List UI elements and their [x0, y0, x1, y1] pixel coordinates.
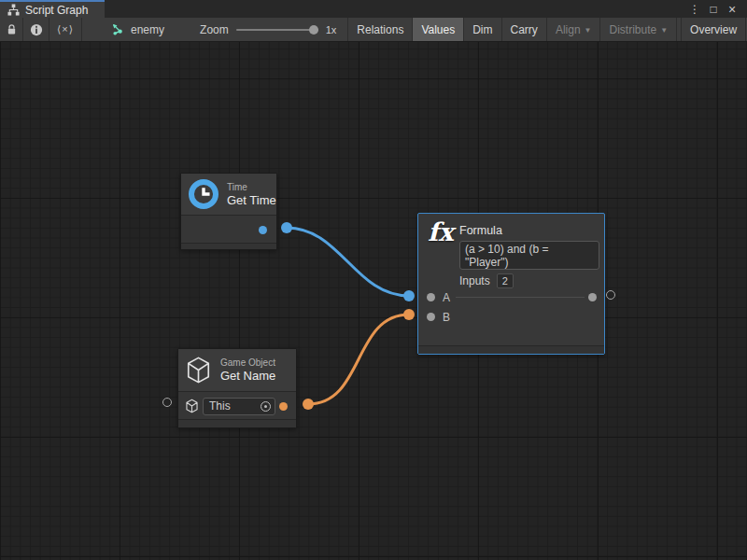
node-get-name[interactable]: Game Object Get Name This — [177, 348, 297, 428]
formula-input-b-port[interactable] — [427, 313, 435, 321]
distribute-button[interactable]: Distribute ▼ — [600, 18, 677, 41]
connections-layer — [0, 42, 747, 560]
relations-button[interactable]: Relations — [348, 18, 413, 41]
get-name-footer — [178, 419, 296, 427]
graph-hierarchy-icon — [7, 4, 20, 16]
zoom-slider-track[interactable] — [236, 29, 318, 31]
chevron-down-icon: ▼ — [660, 26, 668, 35]
get-time-title: Get Time — [227, 193, 276, 207]
lock-button[interactable] — [0, 18, 23, 41]
formula-a-value-line — [456, 297, 585, 298]
graph-ref-label: enemy — [131, 23, 164, 36]
cube-icon — [185, 356, 212, 385]
formula-port-row-a: A — [418, 287, 604, 307]
distribute-label: Distribute — [609, 23, 656, 36]
get-name-body: This — [178, 391, 296, 420]
tab-script-graph[interactable]: Script Graph — [0, 0, 105, 18]
overview-button[interactable]: Overview — [682, 18, 746, 41]
window-menu-icon[interactable]: ⋮ — [687, 2, 702, 17]
lock-icon — [6, 23, 18, 35]
tab-bar: Script Graph ⋮ □ × — [0, 0, 747, 18]
formula-port-row-b: B — [418, 307, 604, 327]
dim-button[interactable]: Dim — [464, 18, 501, 41]
node-formula[interactable]: fx Formula (a > 10) and (b = "Player") I… — [417, 213, 605, 355]
formula-port-b-label: B — [443, 311, 450, 324]
toolbar-buttons: Relations Values Dim Carry Align ▼ Distr… — [347, 18, 747, 41]
graph-reference-enemy[interactable]: enemy — [103, 18, 174, 41]
node-get-time[interactable]: Time Get Time — [180, 173, 277, 250]
get-name-target-input[interactable]: This — [203, 398, 275, 415]
formula-footer — [418, 345, 604, 354]
get-time-footer — [181, 243, 276, 249]
get-name-output-port[interactable] — [279, 402, 288, 411]
clock-icon — [188, 178, 219, 210]
zoom-control: Zoom 1x — [200, 18, 344, 41]
zoom-label: Zoom — [200, 23, 229, 36]
get-name-title: Get Name — [220, 369, 275, 383]
zoom-value: 1x — [326, 24, 337, 35]
carry-label: Carry — [511, 23, 538, 36]
align-label: Align — [556, 23, 581, 36]
formula-port-a-label: A — [443, 291, 450, 304]
connection-getname-to-formula-b[interactable] — [308, 315, 409, 404]
connection-gettime-to-formula-a[interactable] — [287, 228, 409, 296]
zoom-slider-handle[interactable] — [309, 25, 318, 35]
overview-label: Overview — [690, 23, 737, 36]
get-time-body — [181, 215, 276, 244]
code-icon: ⟨×⟩ — [57, 23, 74, 35]
align-button[interactable]: Align ▼ — [547, 18, 601, 41]
get-name-target-value: This — [209, 399, 231, 413]
close-icon[interactable]: × — [725, 2, 740, 17]
tab-label: Script Graph — [25, 4, 88, 17]
get-name-category: Game Object — [220, 357, 275, 369]
get-name-target-unconnected-port[interactable] — [162, 398, 172, 407]
info-button[interactable] — [23, 18, 49, 41]
cube-icon — [185, 399, 199, 413]
graph-canvas[interactable]: Time Get Time fx Formula (a > 10) and (b… — [0, 42, 747, 560]
formula-inputs-count-input[interactable]: 2 — [497, 273, 514, 288]
graph-icon — [112, 23, 125, 36]
values-button[interactable]: Values — [413, 18, 464, 41]
chevron-down-icon: ▼ — [585, 26, 592, 35]
relations-label: Relations — [357, 23, 403, 36]
formula-output-unconnected-port[interactable] — [606, 290, 615, 300]
get-time-output-port[interactable] — [259, 226, 267, 234]
dim-label: Dim — [472, 23, 492, 36]
zoom-slider[interactable] — [236, 24, 318, 35]
info-icon — [30, 23, 43, 36]
formula-input-a-port[interactable] — [427, 293, 435, 301]
formula-inputs-label: Inputs — [459, 274, 490, 287]
object-picker-icon[interactable] — [261, 401, 271, 412]
carry-button[interactable]: Carry — [502, 18, 547, 41]
toolbar: ⟨×⟩ enemy Zoom 1x Relations Values Dim — [0, 18, 747, 42]
tab-bar-spacer — [105, 0, 680, 18]
formula-inputs-row: Inputs 2 — [459, 273, 514, 288]
fx-icon: fx — [428, 217, 454, 246]
window-controls: ⋮ □ × — [680, 0, 747, 18]
formula-output-port[interactable] — [588, 293, 597, 301]
formula-title: Formula — [459, 224, 502, 237]
values-label: Values — [421, 23, 455, 36]
get-time-category: Time — [227, 182, 276, 193]
code-view-button[interactable]: ⟨×⟩ — [49, 18, 82, 41]
get-name-header: Game Object Get Name — [178, 349, 296, 391]
formula-expression-input[interactable]: (a > 10) and (b = "Player") — [459, 241, 599, 270]
get-time-header: Time Get Time — [181, 174, 276, 215]
maximize-icon[interactable]: □ — [706, 2, 721, 17]
